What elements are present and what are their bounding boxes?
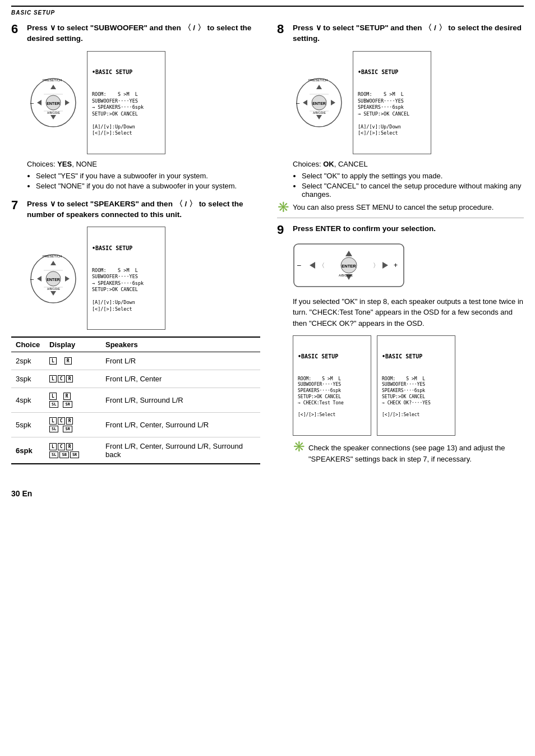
header-bar: BASIC SETUP (11, 6, 524, 17)
step8-bullets: Select "OK" to apply the settings you ma… (302, 172, 524, 199)
display-4spk: L R SL SR (45, 388, 101, 413)
step6-header: 6 Press ∨ to select "SUBWOOFER" and then… (11, 23, 260, 44)
step6-choices: Choices: YES, NONE (27, 160, 260, 168)
step8-choices: Choices: OK, CANCEL (293, 160, 524, 168)
svg-marker-18 (65, 276, 70, 282)
spk-icon-SL3: SL (49, 451, 58, 458)
step8-lcd-lines: ROOM: S >M L SUBWOOFER····YES SPEAKERS··… (358, 91, 426, 136)
step8-choices-bold: OK (323, 160, 334, 168)
step8-bullet1: Select "OK" to apply the settings you ma… (302, 172, 524, 180)
display-5spk: L C R SL SR (45, 413, 101, 437)
step9-lcda-lines: ROOM: S >M L SUBWOOFER····YES SPEAKERS··… (298, 376, 366, 419)
step9-header: 9 Press ENTER to confirm your selection. (277, 224, 524, 236)
svg-text:A/B/C/D/E: A/B/C/D/E (47, 287, 60, 291)
svg-marker-39 (382, 262, 388, 269)
step8-tip: ✳️ You can also press SET MENU to cancel… (277, 203, 524, 212)
spk-icon-R4: R (66, 417, 73, 425)
spk-icon-SR3: SR (70, 451, 79, 458)
col-header-choice: Choice (11, 337, 45, 352)
svg-marker-3 (50, 85, 56, 89)
spk-icon-SL: SL (49, 401, 58, 408)
svg-text:–: – (296, 99, 300, 106)
step6-lcd-lines: ROOM: S >M L SUBWOOFER····YES → SPEAKERS… (92, 91, 160, 136)
choice-5spk: 5spk (11, 413, 45, 437)
choice-3spk: 3spk (11, 370, 45, 388)
spk-icon-L: L (49, 357, 57, 365)
step7-lcd: •BASIC SETUP ROOM: S >M L SUBWOOFER····Y… (87, 227, 165, 330)
step7-lcd-lines: ROOM: S >M L SUBWOOFER····YES → SPEAKERS… (92, 268, 160, 312)
speakers-3spk: Front L/R, Center (101, 370, 260, 388)
step7-title: Press ∨ to select "SPEAKERS" and then 〈 … (27, 199, 260, 220)
table-row: 4spk L R SL SR (11, 388, 260, 413)
step9-num: 9 (277, 224, 288, 236)
step8-remote: – PRESET/CH ENTER A/B/C/D/E (293, 76, 346, 129)
spk-icon-L5: L (49, 443, 57, 450)
speakers-4spk: Front L/R, Surround L/R (101, 388, 260, 413)
spk-icon-R5: R (66, 443, 73, 450)
step6-lcd: •BASIC SETUP ROOM: S >M L SUBWOOFER····Y… (87, 51, 165, 154)
step9-lcdb-lines: ROOM: S >M L SUBWOOFER····YES SPEAKERS··… (382, 376, 450, 419)
divider (277, 218, 524, 218)
svg-marker-28 (316, 115, 322, 119)
svg-text:ENTER: ENTER (47, 102, 60, 105)
step6-lcd-title: •BASIC SETUP (92, 68, 160, 76)
left-column: 6 Press ∨ to select "SUBWOOFER" and then… (11, 23, 260, 467)
svg-text:PRESET/CH: PRESET/CH (43, 255, 62, 258)
svg-text:ENTER: ENTER (47, 278, 60, 282)
step6-choices-label: Choices: (27, 160, 56, 168)
spk-icon-R3: R (63, 393, 71, 400)
svg-marker-6 (65, 100, 70, 105)
svg-marker-40 (345, 251, 352, 256)
step6-remote: – PRESET/CH ENTER A/B/C/D/E (27, 76, 80, 129)
col-header-display: Display (45, 337, 101, 352)
svg-text:PRESET/CH: PRESET/CH (43, 79, 62, 82)
step9-lcd-b: •BASIC SETUP ROOM: S >M L SUBWOOFER····Y… (377, 335, 455, 436)
svg-text:–: – (30, 275, 34, 282)
svg-marker-16 (50, 291, 56, 296)
svg-text:ENTER: ENTER (312, 102, 326, 105)
spk-icon-C: C (58, 375, 65, 382)
step9-title: Press ENTER to confirm your selection. (293, 224, 436, 234)
step9-lcdb-title: •BASIC SETUP (382, 353, 450, 361)
svg-text:A/B/C/D/E: A/B/C/D/E (339, 274, 353, 277)
spk-icon-L3: L (49, 393, 57, 400)
choice-2spk: 2spk (11, 352, 45, 370)
right-column: 8 Press ∨ to select "SETUP" and then 〈 /… (277, 23, 524, 467)
svg-text:A/B/C/D/E: A/B/C/D/E (47, 111, 60, 114)
table-row: 3spk L C R Front L/R, Center (11, 370, 260, 388)
svg-marker-15 (50, 261, 56, 265)
step6-bullet1: Select "YES" if you have a subwoofer in … (36, 172, 260, 180)
tip-icon-9: ✳️ (293, 441, 305, 451)
step6-bullet2: Select "NONE" if you do not have a subwo… (36, 182, 260, 190)
step7-remote: – PRESET/CH ENTER A/B/C/D/E (27, 252, 80, 305)
svg-marker-4 (50, 115, 56, 119)
col-header-speakers: Speakers (101, 337, 260, 352)
svg-marker-38 (310, 262, 315, 269)
svg-text:ENTER: ENTER (342, 264, 356, 269)
svg-text:–: – (30, 99, 34, 106)
spk-icon-R2: R (66, 375, 73, 382)
spk-icon-L2: L (49, 375, 57, 382)
svg-text:PRESET/CH: PRESET/CH (308, 79, 328, 82)
step7-diagram: – PRESET/CH ENTER A/B/C/D/E •BASIC SETUP… (27, 227, 260, 330)
speakers-table: Choice Display Speakers 2spk L R (11, 336, 260, 464)
step8-num: 8 (277, 23, 288, 35)
speakers-5spk: Front L/R, Center, Surround L/R (101, 413, 260, 437)
svg-marker-27 (316, 85, 322, 89)
step6-choices-bold: YES (57, 160, 72, 168)
step9-tip-text: Check the speaker connections (see page … (308, 442, 524, 464)
display-2spk: L R (45, 352, 101, 370)
step8-lcd: •BASIC SETUP ROOM: S >M L SUBWOOFER····Y… (353, 51, 431, 154)
speakers-6spk: Front L/R, Center, Surround L/R, Surroun… (101, 437, 260, 464)
svg-marker-30 (331, 100, 335, 105)
step7-header: 7 Press ∨ to select "SPEAKERS" and then … (11, 199, 260, 220)
step8-tip-text: You can also press SET MENU to cancel th… (293, 203, 494, 211)
step6-num: 6 (11, 23, 22, 35)
svg-text:A/B/C/D/E: A/B/C/D/E (313, 111, 326, 114)
table-row: 6spk L C R SL SB SR (11, 437, 260, 464)
spk-icon-R: R (64, 357, 72, 365)
step8-diagram: – PRESET/CH ENTER A/B/C/D/E •BASIC SETUP… (293, 51, 524, 154)
svg-text:+: + (394, 261, 398, 269)
step8-choices-label: Choices: (293, 160, 321, 168)
step9-lcd-a: •BASIC SETUP ROOM: S >M L SUBWOOFER····Y… (293, 335, 371, 436)
